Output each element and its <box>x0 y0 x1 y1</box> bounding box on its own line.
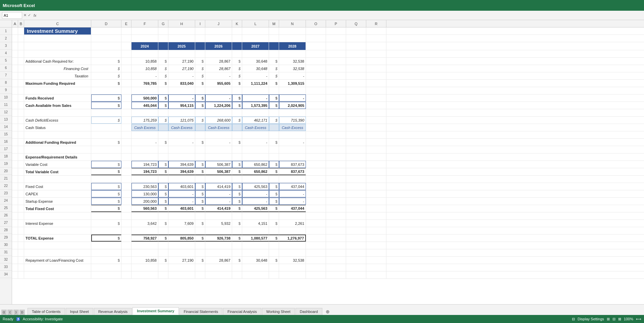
col-header-L[interactable]: L <box>242 20 269 27</box>
col-header-M[interactable]: M <box>269 20 279 27</box>
table-row: Funds Received $ 500,000 $ - $ - $ - $ - <box>12 94 644 102</box>
table-row <box>12 50 644 58</box>
display-settings-icon[interactable]: ⊟ <box>572 317 575 321</box>
cash-status-2026: Cash Excess <box>205 124 232 131</box>
funds-received-label: Funds Received <box>24 94 91 102</box>
table-row: Additional Cash Required for: $ 10,858 $… <box>12 58 644 65</box>
col-header-R[interactable]: R <box>366 20 386 27</box>
sheet-title: Investment Summary <box>24 27 91 35</box>
top-bar: Microsoft Excel <box>0 0 644 11</box>
confirm-icon[interactable]: ✓ <box>28 13 31 17</box>
view-page-break-icon[interactable]: ⊠ <box>618 317 621 321</box>
tab-nav-arrows: ⟨⟨ ⟨ ⟩ ⟩⟩ <box>1 310 25 315</box>
year-2027: 2027 <box>242 42 269 50</box>
table-row: Total Fixed Cost $ 560,563 $ 403,601 $ 4… <box>12 205 644 212</box>
table-row: Startup Expense $ 200,000 $ - $ - $ - $ … <box>12 198 644 205</box>
cash-status-label: Cash Status <box>24 124 91 131</box>
view-normal-icon[interactable]: ⊞ <box>607 317 610 321</box>
repayment-label: Repayment of Loan/Financing Cost <box>24 257 91 264</box>
table-row: Variable Cost $ 194,723 $ 394,639 $ 506,… <box>12 161 644 168</box>
tab-working-sheet[interactable]: Working Sheet <box>262 308 295 315</box>
col-header-G[interactable]: G <box>158 20 168 27</box>
table-row: Interest Expense $ 3,642 $ 7,609 $ 5,932… <box>12 220 644 227</box>
ready-status: Ready <box>3 317 13 321</box>
table-row <box>12 242 644 249</box>
table-row <box>12 212 644 220</box>
col-header-K[interactable]: K <box>232 20 242 27</box>
table-row: Fixed Cost $ 230,563 $ 403,601 $ 414,419… <box>12 183 644 190</box>
tab-financial-analysis[interactable]: Financial Analysis <box>223 308 261 315</box>
table-row: Financing Cost $ 10,858 $ 27,190 $ 28,86… <box>12 65 644 72</box>
table-row: Cash Deficit/Excess $ 175,259 $ 121,075 … <box>12 117 644 124</box>
table-row: CAPEX $ 130,000 $ - $ - $ - $ - <box>12 190 644 198</box>
accessibility-label: Accessibility: Investigate <box>23 317 63 321</box>
startup-expense-label: Startup Expense <box>24 198 91 205</box>
cancel-icon[interactable]: ✕ <box>23 13 26 17</box>
capex-label: CAPEX <box>24 190 91 197</box>
col-header-Q[interactable]: Q <box>346 20 366 27</box>
table-row: Investment Summary <box>12 27 644 35</box>
display-settings-label[interactable]: Display Settings <box>578 317 604 321</box>
add-sheet-button[interactable]: ⊕ <box>324 308 331 315</box>
total-expense-label: TOTAL Expense <box>24 235 91 242</box>
tab-investment-summary[interactable]: Investment Summary <box>132 307 178 315</box>
total-fixed-cost-label: Total Fixed Cost <box>24 205 91 212</box>
col-header-I[interactable]: I <box>195 20 205 27</box>
tab-input-sheet[interactable]: Input Sheet <box>66 308 93 315</box>
tab-nav-right-right[interactable]: ⟩⟩ <box>19 310 25 315</box>
tab-nav-left-left[interactable]: ⟨⟨ <box>1 310 7 315</box>
tab-dashboard[interactable]: Dashboard <box>296 308 322 315</box>
table-row <box>12 35 644 42</box>
fixed-cost-label: Fixed Cost <box>24 183 91 190</box>
col-header-D[interactable]: D <box>91 20 121 27</box>
interest-expense-label: Interest Expense <box>24 220 91 227</box>
cash-status-2024: Cash Excess <box>131 124 158 131</box>
cash-deficit-label: Cash Deficit/Excess <box>24 117 91 124</box>
sheet-grid[interactable]: Investment Summary <box>12 27 644 304</box>
cell-reference[interactable]: A1 <box>2 12 22 19</box>
table-row: Cash Status Cash Excess Cash Excess Cash… <box>12 124 644 131</box>
table-row: Maximum Funding Required $ 769,785 $ 833… <box>12 80 644 87</box>
expense-details-label: Expense/Requirement Details <box>24 153 91 160</box>
table-row: Additional Funding Required $ - $ - $ - … <box>12 139 644 146</box>
col-header-N[interactable]: N <box>279 20 306 27</box>
tab-financial-statements[interactable]: Financial Statements <box>179 308 223 315</box>
table-row <box>12 87 644 94</box>
year-2024: 2024 <box>131 42 158 50</box>
table-row <box>12 109 644 117</box>
col-header-F[interactable]: F <box>131 20 158 27</box>
col-header-P[interactable]: P <box>326 20 346 27</box>
table-row <box>12 146 644 153</box>
table-row: Taxation $ - $ - $ - $ - $ - <box>12 72 644 80</box>
taxation-label: Taxation <box>24 72 91 79</box>
col-header-B[interactable]: B <box>18 20 24 27</box>
table-row <box>12 176 644 183</box>
tab-table-of-contents[interactable]: Table of Contents <box>28 308 65 315</box>
col-header-H[interactable]: H <box>168 20 195 27</box>
tab-revenue-analysis[interactable]: Revenue Analysis <box>94 308 132 315</box>
additional-funding-label: Additional Funding Required <box>24 139 91 146</box>
table-row <box>12 131 644 139</box>
table-row <box>12 227 644 235</box>
tab-nav-right[interactable]: ⟩ <box>13 310 19 315</box>
row-headers: 1 2 3 4 5 6 7 8 9 10 11 12 13 14 15 16 1… <box>0 27 12 304</box>
spreadsheet-container: A B C D E F G H I J K L M N O P Q R 1 2 … <box>0 20 644 304</box>
view-page-layout-icon[interactable]: ⊟ <box>612 317 615 321</box>
col-header-C[interactable]: C <box>24 20 91 27</box>
col-header-O[interactable]: O <box>306 20 326 27</box>
col-header-J[interactable]: J <box>205 20 232 27</box>
col-header-A[interactable]: A <box>12 20 18 27</box>
table-row: Total Variable Cost $ 194,723 $ 394,639 … <box>12 168 644 176</box>
col-header-E[interactable]: E <box>121 20 131 27</box>
table-row: TOTAL Expense $ 758,927 $ 805,850 $ 926,… <box>12 235 644 242</box>
zoom-slider[interactable]: ⟷ <box>636 317 641 321</box>
additional-cash-label: Additional Cash Required for: <box>24 58 91 65</box>
financing-cost-label: Financing Cost <box>24 65 91 72</box>
year-2025: 2025 <box>168 42 195 50</box>
table-row: Repayment of Loan/Financing Cost $ 10,85… <box>12 257 644 264</box>
table-row <box>12 271 644 279</box>
zoom-level: 100% <box>624 317 633 321</box>
accessibility-icon: ♿ <box>16 317 20 321</box>
table-row: Cash Available from Sales $ 445,044 $ 95… <box>12 102 644 109</box>
tab-nav-left[interactable]: ⟨ <box>7 310 13 315</box>
